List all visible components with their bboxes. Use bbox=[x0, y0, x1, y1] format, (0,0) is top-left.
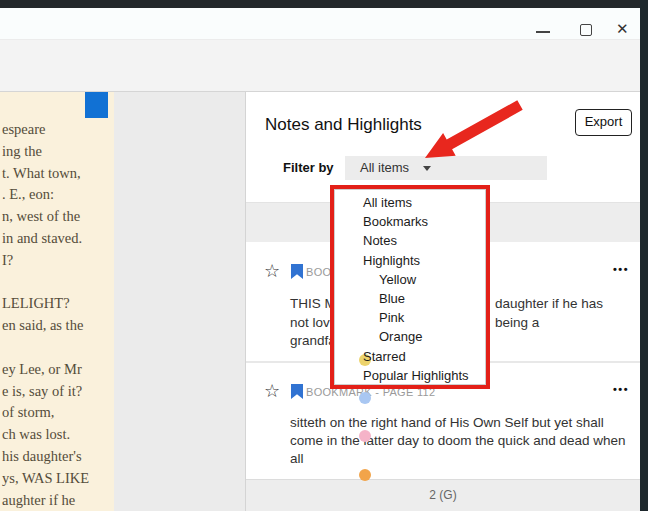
reader-toolbar bbox=[0, 40, 640, 92]
background-window-edge-right bbox=[640, 0, 648, 511]
item-text-fragment: grandfa bbox=[290, 333, 336, 348]
menu-item-bookmarks[interactable]: Bookmarks bbox=[335, 212, 485, 231]
filter-dropdown-menu: All items Bookmarks Notes Highlights Yel… bbox=[334, 189, 486, 385]
item-text-line: all bbox=[290, 451, 304, 466]
background-window-edge bbox=[0, 0, 648, 8]
star-toggle[interactable]: ☆ bbox=[264, 262, 280, 280]
book-page: espeare ing the t. What town, . E., eon:… bbox=[0, 92, 114, 511]
item-text-fragment: being a bbox=[495, 315, 539, 330]
export-button[interactable]: Export bbox=[575, 109, 632, 136]
item-menu-button[interactable]: ••• bbox=[613, 383, 629, 395]
panel-title: Notes and Highlights bbox=[265, 115, 422, 135]
page-bookmark-ribbon[interactable] bbox=[85, 92, 108, 118]
kindle-app-window: ✕ ★ Hide Notebook espeare ing the t. Wha… bbox=[0, 0, 648, 511]
minimize-button[interactable] bbox=[536, 31, 550, 33]
item-text-line: sitteth on the right hand of His Own Sel… bbox=[290, 415, 604, 430]
maximize-button[interactable] bbox=[580, 24, 592, 36]
menu-item-popular-highlights[interactable]: Popular Highlights bbox=[335, 366, 485, 385]
orange-dot-icon bbox=[359, 469, 371, 481]
menu-item-starred[interactable]: Starred bbox=[335, 347, 485, 366]
title-bar: ✕ bbox=[0, 8, 640, 40]
item-label: BOO bbox=[306, 266, 331, 278]
item-menu-button[interactable]: ••• bbox=[613, 263, 629, 275]
chevron-down-icon bbox=[423, 166, 431, 171]
menu-item-blue[interactable]: Blue bbox=[335, 289, 485, 308]
menu-item-orange[interactable]: Orange bbox=[335, 327, 485, 346]
item-text-line: come in the latter day to doom the quick… bbox=[290, 433, 625, 448]
filter-by-label: Filter by bbox=[283, 160, 334, 175]
blue-dot-icon bbox=[359, 392, 371, 404]
page-margin bbox=[114, 92, 245, 511]
menu-item-yellow[interactable]: Yellow bbox=[335, 270, 485, 289]
book-text: espeare ing the t. What town, . E., eon:… bbox=[2, 119, 114, 511]
menu-item-all-items[interactable]: All items bbox=[335, 193, 485, 212]
filter-dropdown[interactable]: All items bbox=[345, 156, 547, 180]
item-text-fragment: daughter if he has bbox=[495, 296, 603, 311]
item-text-fragment: not lov bbox=[290, 315, 330, 330]
filter-value: All items bbox=[360, 160, 409, 175]
menu-item-highlights[interactable]: Highlights bbox=[335, 251, 485, 270]
star-toggle[interactable]: ☆ bbox=[264, 382, 280, 400]
item-text-fragment: THIS M bbox=[290, 296, 336, 311]
menu-item-pink[interactable]: Pink bbox=[335, 308, 485, 327]
page-indicator: 2 (G) bbox=[246, 479, 640, 511]
close-button[interactable]: ✕ bbox=[616, 19, 629, 39]
menu-item-notes[interactable]: Notes bbox=[335, 231, 485, 250]
